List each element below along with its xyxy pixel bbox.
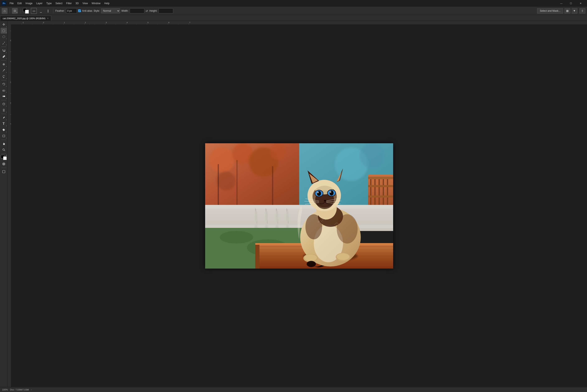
image-container xyxy=(205,143,393,268)
history-brush-tool[interactable]: ▾ xyxy=(1,81,7,87)
close-button[interactable]: ✕ xyxy=(576,0,585,7)
left-sep-4 xyxy=(1,100,6,100)
pen-tool-arrow: ▾ xyxy=(6,119,7,120)
background-color[interactable] xyxy=(25,10,29,14)
antialias-checkbox[interactable] xyxy=(78,10,81,12)
svg-text:4: 4 xyxy=(10,124,11,124)
panel-icon-button[interactable]: ▦ xyxy=(564,8,570,14)
color-swatches[interactable] xyxy=(1,155,7,160)
svg-rect-107 xyxy=(255,245,260,268)
svg-text:2: 2 xyxy=(85,22,86,24)
svg-point-89 xyxy=(286,210,289,223)
svg-rect-46 xyxy=(8,25,11,387)
svg-point-88 xyxy=(276,210,278,223)
single-col-marquee-tool[interactable]: | xyxy=(45,8,51,14)
lasso-tool-arrow: ▾ xyxy=(6,38,7,40)
separator-2 xyxy=(21,8,21,13)
zoom-tool[interactable] xyxy=(1,147,7,153)
gradient-tool-arrow: ▾ xyxy=(6,98,7,99)
svg-rect-7 xyxy=(3,90,5,91)
feather-label: Feather: xyxy=(55,10,65,12)
menu-view[interactable]: View xyxy=(81,1,90,6)
menu-image[interactable]: Image xyxy=(24,1,34,6)
svg-point-62 xyxy=(209,148,234,172)
clone-stamp-arrow: ▾ xyxy=(6,78,7,79)
swap-dimensions-icon[interactable]: ⇄ xyxy=(146,9,148,12)
ellipse-marquee-tool[interactable]: ⊙ ▾ xyxy=(12,8,18,14)
width-input[interactable] xyxy=(130,8,144,13)
document-tab-filename: cat-2068462_1920.jpg @ 100% (RGB/8#) xyxy=(3,17,45,20)
height-input[interactable] xyxy=(158,8,173,13)
svg-point-0 xyxy=(2,30,5,32)
blur-tool[interactable]: ▾ xyxy=(1,101,7,107)
eyedropper-tool-arrow: ▾ xyxy=(6,58,7,59)
screen-mode-button[interactable] xyxy=(1,169,7,174)
antialias-label: Anti-alias xyxy=(82,10,92,12)
svg-text:3: 3 xyxy=(10,102,11,104)
title-bar: Ps File Edit Image Layer Type Select Fil… xyxy=(0,0,587,7)
menu-filter[interactable]: Filter xyxy=(64,1,74,6)
document-tab[interactable]: cat-2068462_1920.jpg @ 100% (RGB/8#) × xyxy=(0,16,51,21)
svg-text:4: 4 xyxy=(126,22,128,24)
cat-image-svg xyxy=(205,143,393,268)
style-select[interactable]: Normal Fixed Ratio Fixed Size xyxy=(101,8,120,13)
svg-rect-16 xyxy=(3,163,4,165)
canvas-viewport xyxy=(11,25,587,387)
status-arrow[interactable]: › xyxy=(31,388,32,391)
svg-rect-1 xyxy=(2,43,4,44)
shape-tool[interactable]: ▾ xyxy=(1,133,7,139)
canvas-area: -1 0 1 2 3 4 5 xyxy=(8,21,587,387)
home-button[interactable]: ⌂ xyxy=(2,8,8,14)
svg-rect-18 xyxy=(11,21,587,25)
menu-3d[interactable]: 3D xyxy=(74,1,80,6)
path-selection-arrow: ▾ xyxy=(6,131,7,132)
crop-tool[interactable]: ▾ xyxy=(1,48,7,54)
maximize-button[interactable]: ☐ xyxy=(566,0,576,7)
lasso-tool[interactable]: ▾ xyxy=(1,34,7,40)
menu-file[interactable]: File xyxy=(8,1,15,6)
eraser-tool[interactable]: ▾ xyxy=(1,87,7,93)
hand-tool[interactable] xyxy=(1,141,7,146)
dodge-tool[interactable]: ▾ xyxy=(1,107,7,113)
menu-window[interactable]: Window xyxy=(90,1,102,6)
quick-mask-button[interactable] xyxy=(1,161,7,167)
marquee-tool[interactable]: ▾ xyxy=(1,28,7,34)
svg-point-87 xyxy=(265,210,268,223)
menu-select[interactable]: Select xyxy=(54,1,64,6)
pen-tool[interactable]: ▾ xyxy=(1,115,7,121)
horizontal-ruler: -1 0 1 2 3 4 5 xyxy=(11,21,587,25)
minimize-button[interactable]: — xyxy=(556,0,566,7)
dropdown-panel-button[interactable]: ▼ xyxy=(572,8,578,14)
type-tool-arrow: ▾ xyxy=(6,125,7,126)
share-icon-button[interactable]: ⇧ xyxy=(580,8,585,14)
document-tab-close[interactable]: × xyxy=(47,17,48,20)
type-tool[interactable]: T ▾ xyxy=(1,121,7,127)
menu-layer[interactable]: Layer xyxy=(34,1,44,6)
move-tool[interactable]: ▾ xyxy=(1,22,7,28)
brush-tool[interactable]: ▾ xyxy=(1,68,7,73)
feather-input[interactable] xyxy=(66,8,77,13)
rect-marquee-tool[interactable]: ▭ xyxy=(31,8,37,14)
svg-point-10 xyxy=(3,103,5,105)
menu-type[interactable]: Type xyxy=(44,1,53,6)
single-row-marquee-tool[interactable]: ⎯ xyxy=(38,8,44,14)
gradient-tool[interactable]: ▾ xyxy=(1,93,7,99)
eyedropper-tool[interactable]: ▾ xyxy=(1,54,7,60)
clone-stamp-tool[interactable]: ▾ xyxy=(1,74,7,79)
healing-brush-tool[interactable]: ▾ xyxy=(1,62,7,67)
svg-text:-1: -1 xyxy=(22,22,24,24)
doc-info: Doc: 7,03M/7,03M xyxy=(10,388,29,391)
canvas-row: 0 1 2 3 4 xyxy=(8,25,587,387)
dodge-tool-arrow: ▾ xyxy=(6,111,7,113)
svg-point-11 xyxy=(3,109,4,110)
svg-rect-68 xyxy=(236,160,238,206)
ps-logo: Ps xyxy=(2,1,6,6)
path-selection-tool[interactable]: ▾ xyxy=(1,127,7,133)
marquee-tool-group: ⊙ ▾ xyxy=(12,8,18,14)
magic-wand-tool[interactable]: ▾ xyxy=(1,40,7,46)
select-and-mask-button[interactable]: Select and Mask... xyxy=(537,8,563,14)
svg-point-140 xyxy=(337,253,349,260)
menu-edit[interactable]: Edit xyxy=(16,1,24,6)
svg-point-2 xyxy=(4,42,4,42)
menu-help[interactable]: Help xyxy=(102,1,111,6)
